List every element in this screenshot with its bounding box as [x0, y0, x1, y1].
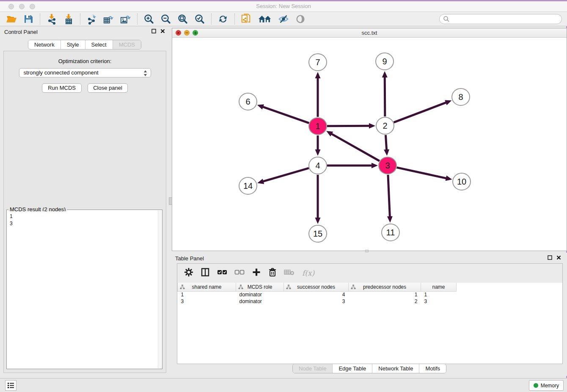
- graph-node-11[interactable]: 11: [382, 224, 399, 241]
- edge-2-3[interactable]: [385, 135, 386, 151]
- mcds-result-group: MCDS result (2 nodes) 13: [6, 210, 162, 369]
- search-field[interactable]: [439, 14, 562, 24]
- export-table-icon[interactable]: [103, 14, 114, 25]
- add-column-icon[interactable]: [252, 268, 261, 279]
- tab-network[interactable]: Network: [28, 40, 61, 49]
- column-header-shared-name[interactable]: shared name: [178, 283, 236, 291]
- select-all-icon[interactable]: [217, 269, 227, 277]
- edge-1-2[interactable]: [327, 126, 370, 126]
- optimization-criterion-label: Optimization criterion:: [4, 58, 166, 64]
- float-panel-icon[interactable]: [151, 29, 156, 33]
- float-table-panel-icon[interactable]: [548, 255, 552, 260]
- table-cell[interactable]: dominator: [236, 298, 284, 305]
- table-row[interactable]: 1dominator411: [178, 291, 457, 298]
- node-label: 3: [385, 161, 390, 170]
- table-cell[interactable]: 3: [284, 298, 349, 305]
- zoom-selected-icon[interactable]: [194, 14, 205, 25]
- save-session-icon[interactable]: [23, 14, 34, 25]
- edge-3-10[interactable]: [396, 168, 447, 179]
- edge-3-11[interactable]: [388, 175, 390, 218]
- edge-4-14[interactable]: [262, 168, 309, 182]
- graph-node-1[interactable]: 1: [309, 118, 327, 135]
- graph-node-2[interactable]: 2: [376, 117, 394, 134]
- graph-node-4[interactable]: 4: [309, 157, 327, 174]
- task-history-button[interactable]: [5, 380, 17, 391]
- table-panel: Table Panel: [172, 253, 567, 376]
- graph-node-8[interactable]: 8: [452, 88, 470, 105]
- tab-edge-table[interactable]: Edge Table: [333, 364, 372, 373]
- criterion-select[interactable]: strongly connected component: [19, 68, 151, 77]
- close-panel-icon[interactable]: [160, 29, 165, 33]
- column-chooser-icon[interactable]: [201, 268, 210, 279]
- node-label: 8: [458, 92, 463, 102]
- edge-arrowhead: [382, 71, 388, 77]
- zoom-out-icon[interactable]: [160, 14, 171, 25]
- refresh-icon[interactable]: [217, 14, 228, 25]
- memory-button[interactable]: Memory: [529, 380, 564, 391]
- table-cell[interactable]: 2: [349, 298, 421, 305]
- network-canvas[interactable]: 7968124314101511: [172, 38, 567, 251]
- edge-3-1[interactable]: [330, 133, 379, 161]
- open-session-icon[interactable]: [6, 14, 17, 25]
- edge-arrowhead: [315, 149, 321, 156]
- node-label: 1: [315, 121, 320, 131]
- column-header-name[interactable]: name: [421, 283, 457, 291]
- hide-details-eye-icon[interactable]: [278, 14, 289, 25]
- import-network-icon[interactable]: [46, 14, 57, 25]
- edge-2-8[interactable]: [394, 102, 447, 122]
- graph-node-10[interactable]: 10: [453, 173, 471, 190]
- export-image-icon[interactable]: [120, 14, 131, 25]
- tab-node-table[interactable]: Node Table: [293, 364, 333, 373]
- table-cell[interactable]: 1: [178, 291, 236, 298]
- zoom-fit-icon[interactable]: [177, 14, 188, 25]
- table-cell[interactable]: 1: [349, 291, 421, 298]
- table-toolbar: f(x): [177, 264, 562, 282]
- edge-arrowhead: [445, 176, 452, 181]
- tab-mcds[interactable]: MCDS: [113, 40, 141, 49]
- edge-1-6[interactable]: [262, 107, 309, 123]
- table-row[interactable]: 3dominator323: [178, 298, 457, 305]
- graph-node-9[interactable]: 9: [376, 53, 394, 70]
- window-title: Session: New Session: [0, 3, 567, 9]
- delete-column-icon[interactable]: [268, 268, 277, 279]
- table-cell[interactable]: 4: [284, 291, 349, 298]
- graph-node-3[interactable]: 3: [379, 157, 396, 174]
- column-header-mcds-role[interactable]: MCDS role: [236, 283, 284, 291]
- mcds-result-list[interactable]: 13: [7, 211, 158, 368]
- result-scrollbar[interactable]: [158, 210, 162, 368]
- edge-arrowhead: [257, 179, 264, 184]
- memory-status-dot: [534, 383, 538, 388]
- network-window-titlebar[interactable]: scc.txt: [172, 28, 567, 38]
- close-table-panel-icon[interactable]: [556, 255, 561, 260]
- column-header-successor-nodes[interactable]: successor nodes: [284, 283, 349, 291]
- result-item[interactable]: 3: [10, 220, 158, 227]
- graph-node-15[interactable]: 15: [309, 225, 327, 242]
- zoom-in-icon[interactable]: [143, 14, 154, 25]
- clone-network-icon[interactable]: [241, 14, 252, 25]
- table-cell[interactable]: dominator: [236, 291, 284, 298]
- export-network-icon[interactable]: [86, 14, 97, 25]
- show-details-eye-icon[interactable]: [295, 14, 306, 25]
- table-settings-gear-icon[interactable]: [184, 268, 193, 279]
- table-cell[interactable]: 3: [178, 298, 236, 305]
- import-table-icon[interactable]: [63, 14, 74, 25]
- table-cell[interactable]: 3: [421, 298, 457, 305]
- graph-node-14[interactable]: 14: [239, 177, 257, 194]
- run-mcds-button[interactable]: Run MCDS: [42, 83, 82, 93]
- close-panel-button[interactable]: Close panel: [88, 83, 128, 93]
- column-header-predecessor-nodes[interactable]: predecessor nodes: [349, 283, 421, 291]
- graph-node-7[interactable]: 7: [309, 54, 327, 71]
- search-icon: [443, 16, 450, 22]
- result-item[interactable]: 1: [10, 213, 158, 220]
- deselect-all-icon[interactable]: [234, 269, 245, 277]
- tab-motifs[interactable]: Motifs: [419, 364, 446, 373]
- tab-network-table[interactable]: Network Table: [372, 364, 419, 373]
- graph-node-6[interactable]: 6: [239, 93, 257, 110]
- horizontal-splitter-grip[interactable]: [365, 250, 369, 252]
- edge-2-9[interactable]: [385, 76, 385, 116]
- table-cell[interactable]: 1: [421, 291, 457, 298]
- search-input[interactable]: [450, 15, 561, 23]
- tab-style[interactable]: Style: [61, 40, 85, 49]
- tab-select[interactable]: Select: [85, 40, 113, 49]
- home-icon[interactable]: [258, 14, 272, 25]
